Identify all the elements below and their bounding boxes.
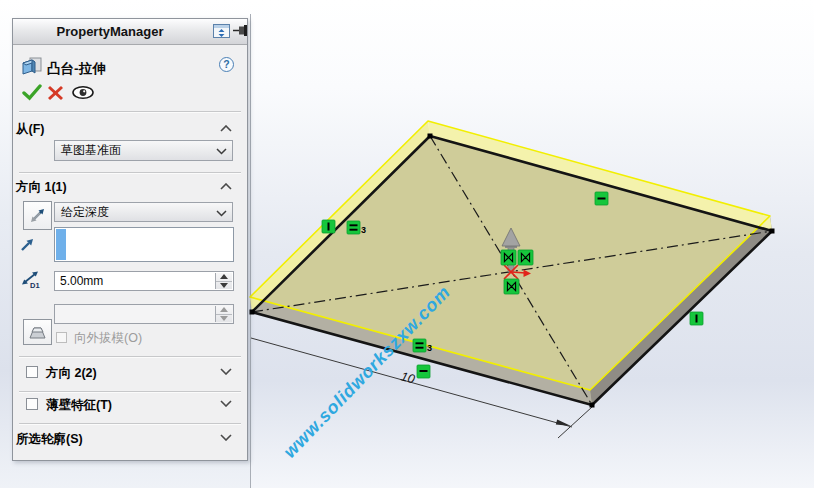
chevron-up-icon[interactable] (220, 183, 232, 190)
draft-button[interactable] (23, 319, 52, 345)
depth-input[interactable]: 5.00mm (54, 271, 234, 291)
direction2-checkbox[interactable] (26, 366, 38, 378)
spin-up-icon[interactable] (216, 273, 232, 282)
thin-feature-section-header[interactable]: 薄壁特征(T) (46, 397, 112, 414)
reverse-direction-button[interactable] (23, 201, 52, 230)
solidworks-window: { "panel": { "title": "PropertyManager",… (0, 0, 814, 488)
depth-d1-icon: D1 (21, 270, 45, 290)
relation-badge-midpoint[interactable] (518, 250, 533, 265)
divider (19, 172, 241, 174)
cancel-button[interactable] (47, 85, 64, 101)
relation-group-number: 3 (427, 343, 432, 353)
start-condition-select[interactable]: 草图基准面 (54, 140, 233, 161)
end-condition-select[interactable]: 给定深度 (54, 202, 233, 222)
depth-spinner[interactable] (215, 273, 232, 289)
chevron-down-icon[interactable] (220, 368, 232, 375)
selection-highlight-strip (56, 229, 66, 260)
property-manager-titlebar[interactable]: PropertyManager (13, 19, 247, 45)
spin-up-icon (216, 306, 232, 315)
svg-text:D1: D1 (30, 281, 40, 290)
panel-title: PropertyManager (13, 24, 207, 39)
end-condition-value: 给定深度 (61, 204, 109, 221)
chevron-down-icon (216, 210, 227, 217)
chevron-up-icon[interactable] (220, 125, 232, 132)
direction-arrow-icon (20, 237, 35, 252)
direction2-section-header[interactable]: 方向 2(2) (46, 365, 97, 382)
direction1-section-header[interactable]: 方向 1(1) (16, 179, 67, 196)
relation-group-number: 3 (361, 225, 366, 235)
relation-badge-midpoint[interactable] (504, 279, 519, 294)
from-section-header[interactable]: 从(F) (16, 121, 44, 138)
depth-value: 5.00mm (60, 274, 103, 288)
ok-button[interactable] (22, 83, 42, 101)
help-icon[interactable]: ? (219, 57, 234, 72)
spin-down-icon (216, 315, 232, 323)
feature-title: 凸台-拉伸 (47, 60, 106, 78)
draft-spinner (215, 306, 232, 322)
relation-badge-vertical[interactable] (690, 312, 703, 325)
relation-badge-horizontal[interactable] (595, 192, 608, 205)
draft-outward-checkbox (56, 332, 67, 343)
preview-eye-icon[interactable] (71, 85, 95, 100)
selected-contours-section-header[interactable]: 所选轮廓(S) (16, 431, 83, 448)
chevron-down-icon (216, 148, 227, 155)
divider (19, 423, 241, 425)
draft-angle-input (54, 304, 234, 324)
draft-outward-label: 向外拔模(O) (74, 330, 142, 347)
relation-badge-horizontal[interactable] (417, 365, 430, 378)
divider (19, 111, 241, 113)
reverse-direction-icon (27, 205, 48, 226)
relation-badge-vertical[interactable] (322, 220, 335, 233)
boss-extrude-icon (21, 56, 43, 76)
start-condition-value: 草图基准面 (61, 142, 121, 159)
thin-feature-checkbox[interactable] (26, 398, 38, 410)
direction-reference-selection-box[interactable] (54, 227, 234, 262)
draft-icon (27, 323, 48, 341)
divider (19, 391, 241, 393)
chevron-down-icon[interactable] (220, 400, 232, 407)
property-manager-tab-icon[interactable] (213, 24, 230, 38)
divider (19, 356, 241, 358)
property-manager-panel: PropertyManager 凸台-拉伸 ? 从(F) (12, 18, 248, 461)
spin-down-icon[interactable] (216, 282, 232, 290)
pin-icon[interactable] (233, 24, 249, 37)
chevron-down-icon[interactable] (220, 434, 232, 441)
relation-badge-midpoint[interactable] (501, 250, 516, 265)
